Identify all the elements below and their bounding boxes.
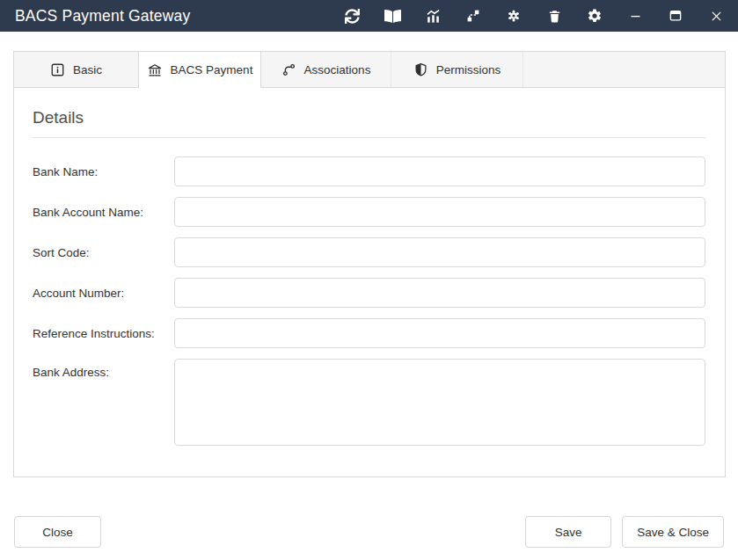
tab-label: Associations: [304, 63, 371, 76]
settings-button[interactable]: [583, 4, 606, 27]
titlebar-actions: [340, 4, 738, 27]
details-form: Bank Name: Bank Account Name: Sort Code:…: [33, 156, 705, 446]
tab-associations[interactable]: Associations: [261, 52, 391, 87]
maximize-icon: [668, 8, 683, 24]
minimize-icon: [628, 9, 643, 24]
bank-account-name-label: Bank Account Name:: [33, 206, 174, 219]
form-row: Account Number:: [33, 278, 705, 308]
tab-label: BACS Payment: [171, 63, 253, 76]
bank-name-input[interactable]: [174, 156, 705, 186]
charts-button[interactable]: [421, 4, 444, 27]
sort-code-label: Sort Code:: [33, 246, 174, 259]
account-number-input[interactable]: [174, 278, 705, 308]
process-flow-icon: [465, 8, 481, 24]
minimize-button[interactable]: [624, 4, 647, 27]
close-window-button[interactable]: [705, 4, 727, 27]
tab-bacs-payment[interactable]: BACS Payment: [138, 52, 261, 88]
form-row: Bank Account Name:: [33, 197, 705, 227]
bank-address-label: Bank Address:: [33, 359, 174, 379]
tab-basic[interactable]: Basic: [14, 52, 138, 87]
form-row: Reference Instructions:: [33, 318, 705, 348]
form-row: Bank Name:: [33, 156, 705, 186]
tabstrip: Basic BACS Payment: [14, 52, 725, 88]
shield-icon: [413, 62, 428, 77]
section-divider: [33, 137, 705, 138]
book-icon: [384, 9, 401, 24]
gear-alt-icon: [506, 8, 522, 24]
save-button[interactable]: Save: [525, 516, 611, 548]
book-button[interactable]: [381, 4, 404, 27]
tab-content: Details Bank Name: Bank Account Name: So…: [14, 88, 725, 446]
window-title: BACS Payment Gateway: [0, 7, 191, 25]
process-flow-button[interactable]: [462, 4, 485, 27]
tab-label: Permissions: [436, 63, 501, 76]
charts-icon: [425, 8, 442, 25]
dialog-window: BACS Payment Gateway: [0, 0, 738, 560]
reference-instructions-input[interactable]: [174, 318, 705, 348]
maximize-button[interactable]: [664, 4, 687, 27]
trash-icon: [547, 9, 562, 24]
close-button[interactable]: Close: [14, 516, 101, 548]
branch-icon: [281, 62, 296, 77]
titlebar: BACS Payment Gateway: [0, 0, 738, 32]
form-row: Bank Address:: [33, 359, 705, 446]
settings-gear-icon: [587, 8, 603, 24]
bank-address-textarea[interactable]: [174, 359, 705, 446]
gear-alt-button[interactable]: [502, 4, 525, 27]
delete-button[interactable]: [543, 4, 566, 27]
bank-account-name-input[interactable]: [174, 197, 705, 227]
tab-permissions[interactable]: Permissions: [391, 52, 523, 87]
footer-actions: Close Save Save & Close: [14, 516, 724, 548]
refresh-button[interactable]: [340, 4, 363, 27]
refresh-icon: [345, 9, 360, 24]
section-heading: Details: [33, 107, 705, 128]
bank-icon: [147, 62, 163, 78]
close-icon: [709, 9, 724, 24]
save-and-close-button[interactable]: Save & Close: [622, 516, 724, 548]
info-icon: [50, 62, 65, 77]
account-number-label: Account Number:: [33, 287, 174, 300]
sort-code-input[interactable]: [174, 237, 705, 267]
tab-label: Basic: [73, 63, 102, 76]
form-row: Sort Code:: [33, 237, 705, 267]
bank-name-label: Bank Name:: [33, 165, 174, 178]
footer-right-group: Save Save & Close: [525, 516, 724, 548]
record-panel: Basic BACS Payment: [13, 51, 726, 477]
reference-instructions-label: Reference Instructions:: [33, 327, 174, 340]
